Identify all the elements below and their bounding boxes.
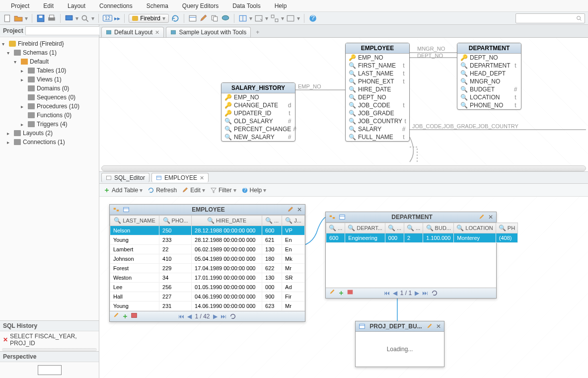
project-tree[interactable]: ▾Firebird {Firebird} ▾Schemas (1) ▾Defau… <box>0 37 99 320</box>
add-table-button[interactable]: ＋Add Table▾ <box>103 186 143 195</box>
cell[interactable]: 06.02.1989 00:00:00 000 <box>192 245 262 254</box>
column-header[interactable]: 🔍 ... <box>326 223 345 233</box>
cell[interactable]: 17.01.1990 00:00:00 000 <box>192 273 262 283</box>
table-icon[interactable] <box>339 214 346 221</box>
menu-help[interactable]: Help <box>268 2 294 9</box>
tree-tables[interactable]: ▸Tables (10) <box>0 66 99 75</box>
help-icon[interactable]: ? <box>308 14 317 23</box>
fast-icon[interactable]: ▸▸ <box>114 15 120 22</box>
tree-connections[interactable]: ▸Connections (1) <box>0 138 99 147</box>
erd-column[interactable]: 🔍PHONE_EXTt <box>346 77 409 85</box>
edit-icon[interactable] <box>199 14 208 23</box>
table-row[interactable]: Nelson25028.12.1988 00:00:00 000600VP <box>110 226 305 235</box>
menu-schema[interactable]: Schema <box>140 2 175 9</box>
print-icon[interactable] <box>47 14 56 23</box>
menu-project[interactable]: Project <box>4 2 36 9</box>
column-header[interactable]: 🔍 BUD... <box>423 223 454 233</box>
table-row[interactable]: Forest22917.04.1989 00:00:00 000622Mr <box>110 264 305 273</box>
save-icon[interactable] <box>36 14 45 23</box>
employee-grid[interactable]: 🔍 LAST_NAME🔍 PHO...🔍 HIRE_DATE🔍 ...🔍 J..… <box>110 215 305 311</box>
cell[interactable]: 623 <box>262 302 282 311</box>
table-icon[interactable] <box>123 206 130 213</box>
cell[interactable]: 130 <box>262 273 282 283</box>
menu-edit[interactable]: Edit <box>36 2 61 9</box>
pencil-icon[interactable] <box>113 312 120 319</box>
cell[interactable]: Lee <box>110 283 159 292</box>
menu-data-tools[interactable]: Data Tools <box>225 2 267 9</box>
close-icon[interactable]: ✕ <box>488 214 493 221</box>
refresh-icon[interactable] <box>171 14 180 23</box>
department-grid[interactable]: 🔍 ...🔍 DEPART...🔍 ...🔍 ...🔍 BUD...🔍 LOCA… <box>326 223 518 243</box>
cell[interactable]: Weston <box>110 273 159 283</box>
prev-icon[interactable]: ◀ <box>187 313 192 320</box>
erd-column[interactable]: 🔍JOB_CODEt <box>346 101 409 109</box>
erd-column[interactable]: 🔑UPDATER_IDt <box>221 109 295 117</box>
comment-icon[interactable] <box>221 14 230 23</box>
canvas-scrollbar[interactable] <box>101 165 586 171</box>
tab-add[interactable]: + <box>253 27 262 37</box>
cell[interactable]: Mr <box>282 264 305 273</box>
tree-views[interactable]: ▸Views (1) <box>0 75 99 84</box>
close-icon[interactable]: ✕ <box>200 175 204 181</box>
column-header[interactable]: 🔍 ... <box>262 216 282 226</box>
tree-layouts[interactable]: ▸Layouts (2) <box>0 129 99 138</box>
cell[interactable]: 130 <box>262 245 282 254</box>
cell[interactable]: Fir <box>282 292 305 302</box>
cell[interactable]: 14.06.1990 00:00:00 000 <box>192 302 262 311</box>
cell[interactable]: 622 <box>262 264 282 273</box>
cell[interactable]: VP <box>282 226 305 235</box>
proj-data-window[interactable]: PROJ_DEPT_BU... ✕ Loading... <box>355 321 444 367</box>
department-data-window[interactable]: DEPARTMENT ✕ 🔍 ...🔍 DEPART...🔍 ...🔍 ...🔍… <box>325 212 497 299</box>
cell[interactable]: Forest <box>110 264 159 273</box>
cell[interactable]: 600 <box>326 233 345 243</box>
column-header[interactable]: 🔍 PHO... <box>159 216 192 226</box>
employee-data-window[interactable]: EMPLOYEE ✕ 🔍 LAST_NAME🔍 PHO...🔍 HIRE_DAT… <box>109 204 305 322</box>
sql-history-row[interactable]: ✕SELECT FISCAL_YEAR, PROJ_ID <box>0 331 99 348</box>
grid-icon[interactable] <box>131 312 138 319</box>
erd-column[interactable]: 🔍PHONE_NOt <box>457 101 521 109</box>
table-icon[interactable] <box>188 14 197 23</box>
cell[interactable]: 250 <box>159 226 192 235</box>
cell[interactable]: 600 <box>262 226 282 235</box>
cell[interactable]: 227 <box>159 292 192 302</box>
erd-column[interactable]: 🔍BUDGET# <box>457 85 521 93</box>
tree-sequences[interactable]: Sequences (0) <box>0 93 99 102</box>
close-icon[interactable]: ✕ <box>436 323 441 330</box>
cell[interactable]: En <box>282 235 305 245</box>
pencil-icon[interactable] <box>287 206 294 213</box>
cell[interactable]: 04.06.1990 00:00:00 000 <box>192 292 262 302</box>
pencil-icon[interactable] <box>478 214 485 221</box>
tree-schemas[interactable]: ▾Schemas (1) <box>0 48 99 57</box>
erd-column[interactable]: 🔍DEPT_NO <box>346 93 409 101</box>
erd-column[interactable]: 🔍FULL_NAMEt <box>346 133 409 141</box>
tab-employee-data[interactable]: EMPLOYEE✕ <box>151 173 209 182</box>
tree-domains[interactable]: Domains (0) <box>0 84 99 93</box>
table-row[interactable]: Johnson41005.04.1989 00:00:00 000180Mk <box>110 254 305 264</box>
cell[interactable]: 900 <box>262 292 282 302</box>
cell[interactable]: 233 <box>159 235 192 245</box>
erd-column[interactable]: 🔍DEPARTMENTt <box>457 62 521 70</box>
menu-layout[interactable]: Layout <box>61 2 92 9</box>
window-header[interactable]: DEPARTMENT ✕ <box>326 212 496 223</box>
grid2-icon[interactable] <box>254 14 263 23</box>
zoom-icon[interactable] <box>80 14 89 23</box>
next-icon[interactable]: ▶ <box>213 313 218 320</box>
erd-column[interactable]: 🔍LOCATIONt <box>457 93 521 101</box>
cell[interactable]: Ad <box>282 283 305 292</box>
cell[interactable]: 17.04.1989 00:00:00 000 <box>192 264 262 273</box>
cell[interactable]: 231 <box>159 302 192 311</box>
tree-functions[interactable]: Functions (0) <box>0 111 99 120</box>
first-icon[interactable]: ⏮ <box>178 313 184 320</box>
tab-sample-layout[interactable]: Sample Layout with Tools <box>166 27 251 37</box>
refresh-button[interactable]: Refresh <box>147 187 177 194</box>
table-row[interactable]: Lee25601.05.1990 00:00:00 000000Ad <box>110 283 305 292</box>
cell[interactable]: 256 <box>159 283 192 292</box>
open-icon[interactable] <box>14 14 23 23</box>
tab-default-layout[interactable]: Default Layout✕ <box>101 27 164 37</box>
cell[interactable]: Engineering <box>345 233 385 243</box>
close-icon[interactable]: ✕ <box>297 206 302 213</box>
column-header[interactable]: 🔍 LOCATION <box>454 223 496 233</box>
column-header[interactable]: 🔍 PH <box>496 223 517 233</box>
cell[interactable]: 180 <box>262 254 282 264</box>
column-header[interactable]: 🔍 ... <box>385 223 404 233</box>
